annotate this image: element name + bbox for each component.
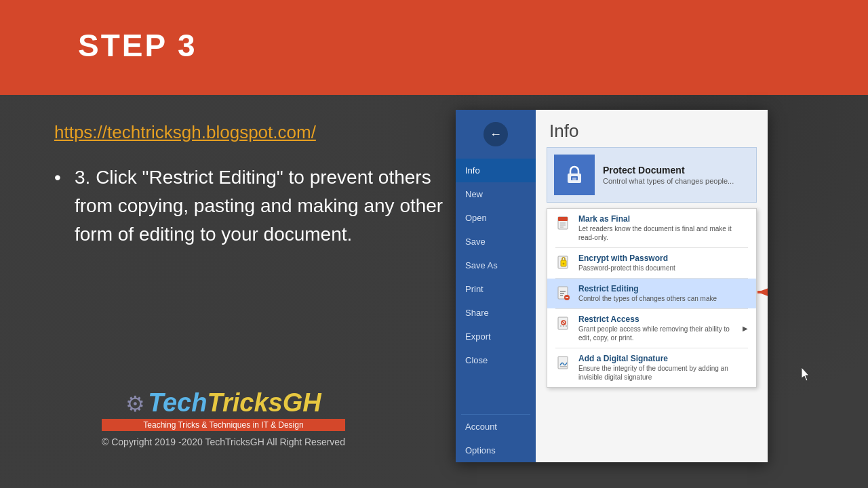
- instruction-text: 3. Click "Restrict Editing" to prevent o…: [54, 163, 448, 249]
- word-panel: ← Info New Open Save Save As Print Share…: [456, 110, 768, 462]
- protect-document-title: Protect Document: [603, 165, 734, 176]
- digital-sig-title: Add a Digital Signature: [578, 354, 748, 363]
- protect-document-icon-box: [554, 155, 595, 195]
- protect-dropdown: Mark as Final Let readers know the docum…: [547, 208, 757, 388]
- sidebar-item-info[interactable]: Info: [456, 159, 536, 182]
- red-arrow: [754, 282, 768, 305]
- logo-gh: GH: [283, 388, 321, 417]
- word-main: Info Protect Document Control what types…: [536, 110, 768, 462]
- sidebar-item-save[interactable]: Save: [456, 230, 536, 253]
- sidebar-item-new[interactable]: New: [456, 182, 536, 206]
- encrypt-icon: [555, 255, 572, 271]
- sidebar-item-account[interactable]: Account: [456, 415, 536, 439]
- restrict-access-text: Restrict Access Grant people access whil…: [578, 314, 736, 342]
- digital-sig-desc: Ensure the integrity of the document by …: [578, 364, 748, 382]
- digital-sig-text: Add a Digital Signature Ensure the integ…: [578, 354, 748, 382]
- lock-icon: [562, 163, 587, 187]
- sidebar-item-print[interactable]: Print: [456, 277, 536, 301]
- mark-final-text: Mark as Final Let readers know the docum…: [578, 214, 748, 242]
- step-title: STEP 3: [78, 27, 197, 64]
- submenu-arrow-icon: ▶: [743, 325, 748, 332]
- gear-icon: ⚙: [125, 391, 145, 417]
- logo-area: ⚙TechTricksGH Teaching Tricks & Techniqu…: [102, 388, 345, 447]
- nav-spacer: [456, 372, 536, 414]
- copyright-text: © Copyright 2019 -2020 TechTricksGH All …: [102, 436, 345, 447]
- info-title: Info: [536, 110, 768, 147]
- protect-document-text: Protect Document Control what types of c…: [603, 165, 734, 185]
- word-sidebar: ← Info New Open Save Save As Print Share…: [456, 110, 536, 462]
- mark-final-title: Mark as Final: [578, 214, 748, 224]
- svg-point-10: [563, 263, 565, 265]
- mark-final-icon: [555, 216, 572, 232]
- svg-rect-19: [558, 317, 568, 329]
- restrict-editing-icon: [555, 285, 572, 302]
- sidebar-item-export[interactable]: Export: [456, 325, 536, 348]
- encrypt-text: Encrypt with Password Password-protect t…: [578, 253, 748, 272]
- mark-final-desc: Let readers know the document is final a…: [578, 224, 748, 242]
- back-button[interactable]: ←: [456, 110, 536, 159]
- sidebar-item-options[interactable]: Options: [456, 439, 536, 462]
- restrict-access-icon: [555, 316, 572, 332]
- dropdown-item-restrict-access[interactable]: Restrict Access Grant people access whil…: [547, 309, 756, 348]
- logo-tricks: Tricks: [207, 388, 282, 417]
- sidebar-item-open[interactable]: Open: [456, 206, 536, 230]
- svg-rect-2: [572, 178, 576, 180]
- encrypt-desc: Password-protect this document: [578, 264, 748, 272]
- restrict-editing-title: Restrict Editing: [578, 284, 748, 293]
- logo-tech: Tech: [148, 388, 207, 417]
- left-content: https://techtricksgh.blogspot.com/ 3. Cl…: [54, 122, 448, 249]
- protect-document-button[interactable]: Protect Document Control what types of c…: [547, 147, 757, 203]
- protect-document-desc: Control what types of changes people...: [603, 177, 734, 185]
- restrict-access-desc: Grant people access while removing their…: [578, 325, 736, 342]
- dropdown-item-digital-sig[interactable]: Add a Digital Signature Ensure the integ…: [547, 348, 756, 387]
- restrict-editing-desc: Control the types of changes others can …: [578, 294, 748, 303]
- digital-sig-icon: [555, 355, 572, 371]
- restrict-access-title: Restrict Access: [578, 314, 736, 324]
- restrict-editing-text: Restrict Editing Control the types of ch…: [578, 284, 748, 303]
- sidebar-item-save-as[interactable]: Save As: [456, 253, 536, 277]
- logo: ⚙TechTricksGH: [102, 388, 345, 418]
- dropdown-item-encrypt[interactable]: Encrypt with Password Password-protect t…: [547, 248, 756, 278]
- sidebar-item-close[interactable]: Close: [456, 348, 536, 372]
- encrypt-title: Encrypt with Password: [578, 253, 748, 263]
- dropdown-item-restrict-editing[interactable]: Restrict Editing Control the types of ch…: [547, 279, 756, 308]
- sidebar-item-share[interactable]: Share: [456, 301, 536, 325]
- dropdown-item-mark-final[interactable]: Mark as Final Let readers know the docum…: [547, 209, 756, 247]
- back-icon: ←: [484, 122, 508, 146]
- svg-rect-4: [558, 217, 568, 221]
- blog-url[interactable]: https://techtricksgh.blogspot.com/: [54, 122, 448, 143]
- logo-subtitle: Teaching Tricks & Techniques in IT & Des…: [102, 419, 345, 431]
